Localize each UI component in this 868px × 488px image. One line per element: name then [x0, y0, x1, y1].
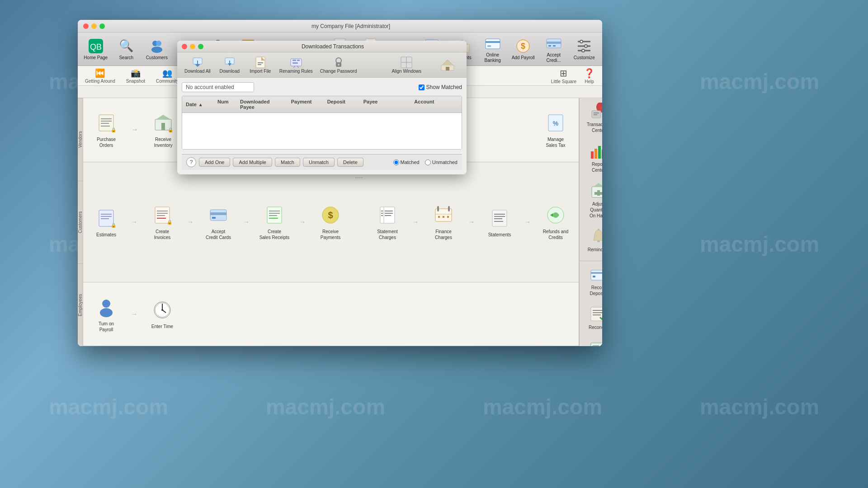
customers-icon [149, 38, 165, 54]
unmatched-label: Unmatched [432, 160, 458, 165]
workflow-item-manage-sales-tax[interactable]: % ManageSales Tax [540, 111, 571, 148]
workflow-item-create-invoices[interactable]: 🔒 CreateInvoices [146, 203, 178, 240]
arrow: → [524, 218, 531, 225]
th-downloaded-payee: Downloaded Payee [236, 98, 288, 111]
dialog-max-button[interactable] [198, 44, 203, 49]
workflow-item-statement-charges[interactable]: StatementCharges [372, 203, 403, 240]
workflow-item-receive-inventory[interactable]: 🔒 ReceiveInventory [147, 111, 179, 148]
svg-rect-82 [210, 212, 226, 215]
toolbar-item-home-page[interactable]: QB Home Page [81, 35, 110, 63]
toolbar-label-home-page: Home Page [84, 55, 108, 61]
right-panel-item-report-center[interactable]: ReportCenter [588, 141, 602, 177]
show-matched-checkbox[interactable] [419, 84, 425, 90]
secondary-item-getting-around[interactable]: ⏮️ Getting Around [85, 68, 115, 84]
svg-rect-126 [598, 146, 601, 159]
secondary-item-snapshot[interactable]: 📸 Snapshot [126, 68, 145, 84]
secondary-item-help[interactable]: ❓ Help [584, 68, 595, 84]
svg-rect-45 [487, 45, 491, 47]
toolbar-item-online-banking[interactable]: Online Banking [478, 35, 507, 63]
secondary-item-little-square[interactable]: ⊞ Little Square [551, 68, 576, 84]
workflow-item-enter-time[interactable]: Enter Time [146, 298, 178, 329]
dialog-tb-download[interactable]: Download [216, 54, 243, 75]
matched-radio-item[interactable]: Matched [393, 160, 420, 165]
unmatched-radio-item[interactable]: Unmatched [425, 160, 458, 165]
th-date[interactable]: Date ▲ [182, 98, 214, 111]
show-matched-label: Show Matched [426, 84, 462, 90]
maximize-button[interactable] [99, 23, 105, 29]
dialog-toolbar: Download All Download [177, 52, 467, 78]
svg-rect-108 [494, 216, 505, 217]
record-deposits-label: RecordDeposits [588, 283, 602, 298]
workflow-item-refunds-credits[interactable]: Refunds andCredits [540, 203, 571, 240]
toolbar-item-accept-credit[interactable]: Accept Credi... [539, 35, 568, 63]
dialog-tb-import-file[interactable]: Import File [247, 54, 274, 75]
customize-icon [576, 38, 592, 54]
transaction-center-icon [590, 103, 602, 120]
svg-rect-123 [594, 114, 597, 115]
finance-charges-icon [432, 203, 455, 227]
svg-point-4 [151, 47, 162, 53]
th-payment: Payment [288, 98, 324, 111]
svg-rect-61 [101, 123, 109, 124]
th-deposit: Deposit [324, 98, 360, 111]
svg-rect-87 [269, 215, 277, 216]
svg-rect-178 [401, 62, 406, 68]
minimize-button[interactable] [91, 23, 97, 29]
toolbar-item-customize[interactable]: Customize [570, 35, 599, 63]
workflow-item-statements[interactable]: Statements [484, 206, 515, 238]
delete-button[interactable]: Delete [337, 158, 363, 167]
svg-point-113 [100, 308, 113, 317]
downloaded-transactions-dialog[interactable]: Downloaded Transactions Download All [177, 41, 467, 174]
getting-around-label: Getting Around [85, 79, 115, 84]
dialog-content: No account enabled Show Matched Date ▲ N… [177, 78, 467, 174]
right-panel-item-reconcile[interactable]: Reconcile [585, 304, 602, 334]
add-one-button[interactable]: Add One [199, 158, 230, 167]
accept-credit-cards-label: AcceptCredit Cards [206, 229, 231, 240]
dialog-tb-change-password[interactable]: Change Password [318, 54, 359, 75]
unmatch-button[interactable]: Unmatch [303, 158, 335, 167]
dialog-close-button[interactable] [182, 44, 187, 49]
dialog-tb-bank[interactable] [434, 56, 461, 74]
workflow-item-estimates[interactable]: 🔒 Estimates [90, 206, 122, 238]
arrow: → [468, 218, 475, 225]
right-panel-item-reminders[interactable]: Reminders [584, 226, 602, 256]
svg-rect-134 [591, 270, 602, 280]
workflow-item-finance-charges[interactable]: FinanceCharges [428, 203, 459, 240]
right-panel-item-record-deposits[interactable]: RecordDeposits [586, 264, 602, 300]
toolbar-item-add-payroll[interactable]: $ Add Payroll [509, 35, 538, 63]
help-button[interactable]: ? [186, 157, 196, 167]
add-multiple-button[interactable]: Add Multiple [233, 158, 272, 167]
workflow-item-accept-credit-cards[interactable]: AcceptCredit Cards [203, 203, 234, 240]
svg-rect-43 [486, 39, 500, 49]
toolbar-item-search[interactable]: 🔍 Search [112, 35, 141, 63]
dialog-tb-download-all[interactable]: Download All [183, 54, 212, 75]
dialog-min-button[interactable] [190, 44, 195, 49]
align-windows-icon [400, 56, 413, 69]
unmatched-radio[interactable] [425, 160, 431, 165]
write-checks-icon [590, 339, 602, 346]
svg-rect-62 [101, 126, 110, 127]
svg-rect-170 [292, 62, 298, 64]
svg-rect-110 [494, 221, 503, 222]
community-icon: 👥 [162, 68, 172, 78]
dialog-tb-align-windows[interactable]: Align Windows [390, 54, 423, 75]
account-select[interactable]: No account enabled [182, 82, 254, 92]
workflow-item-receive-payments[interactable]: $ ReceivePayments [315, 203, 346, 240]
toolbar-item-customers[interactable]: Customers [142, 35, 171, 63]
right-panel-item-adjust-quantity[interactable]: Adjust QuantityOn Hand [583, 180, 602, 222]
dialog-tb-renaming-rules[interactable]: Renaming Rules [278, 54, 315, 75]
svg-rect-105 [447, 216, 449, 218]
estimates-icon: 🔒 [94, 206, 118, 230]
close-button[interactable] [83, 23, 89, 29]
workflow-item-purchase-orders[interactable]: 🔒 PurchaseOrders [90, 111, 122, 148]
workflow-item-create-sales-receipts[interactable]: CreateSales Receipts [259, 203, 290, 240]
statement-charges-icon [376, 203, 399, 227]
workflow-item-turn-on-payroll[interactable]: Turn onPayroll [90, 296, 122, 333]
matched-radio[interactable] [393, 160, 399, 165]
svg-rect-181 [446, 67, 449, 70]
svg-text:$: $ [521, 42, 525, 51]
right-panel-item-transaction-center[interactable]: TransactionCenter [583, 101, 602, 137]
secondary-item-community[interactable]: 👥 Community [156, 68, 179, 84]
match-button[interactable]: Match [275, 158, 300, 167]
right-panel-item-write-checks[interactable]: WriteChecks [587, 338, 602, 346]
